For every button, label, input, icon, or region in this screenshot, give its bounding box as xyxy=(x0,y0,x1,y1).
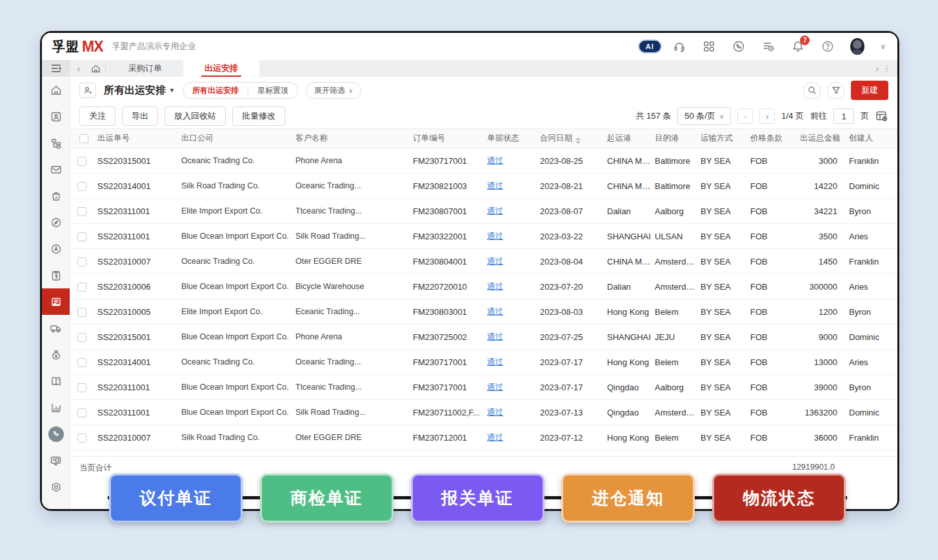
inspection-docs-button[interactable]: 商检单证 xyxy=(260,474,394,523)
table-row[interactable]: SS220311001 Blue Ocean Import Export Co.… xyxy=(70,375,897,400)
page-size-select[interactable]: 50 条/页∨ xyxy=(677,107,731,125)
table-row[interactable]: SS220311001 Blue Ocean Import Export Co.… xyxy=(70,224,897,249)
search-icon[interactable] xyxy=(803,82,821,99)
status-link[interactable]: 通过 xyxy=(487,282,503,291)
row-checkbox[interactable] xyxy=(77,408,86,417)
truck-icon[interactable] xyxy=(42,315,70,341)
status-link[interactable]: 通过 xyxy=(487,307,503,316)
segment-starred[interactable]: 星标置顶 xyxy=(248,83,297,98)
column-settings-icon[interactable] xyxy=(875,110,888,122)
status-link[interactable]: 通过 xyxy=(487,332,503,341)
row-checkbox[interactable] xyxy=(77,207,86,216)
goto-page-input[interactable] xyxy=(833,108,854,124)
row-checkbox[interactable] xyxy=(77,283,86,292)
cell-customer: Phone Arena xyxy=(295,148,413,174)
clipboard-dollar-icon[interactable] xyxy=(42,262,70,288)
cell-customer: Oceanic Trading... xyxy=(295,174,413,199)
avatar[interactable] xyxy=(850,39,864,54)
home-icon[interactable] xyxy=(42,77,70,103)
logistics-status-button[interactable]: 物流状态 xyxy=(712,474,846,523)
status-link[interactable]: 通过 xyxy=(487,357,503,366)
table-row[interactable]: SS220315001 Blue Ocean Import Export Co.… xyxy=(70,325,897,350)
chevron-down-icon[interactable]: ∨ xyxy=(880,42,886,51)
expand-filter-button[interactable]: 展开筛选∨ xyxy=(306,82,361,99)
batch-edit-button[interactable]: 批量修改 xyxy=(232,106,285,126)
next-page-button[interactable]: › xyxy=(759,108,775,124)
customs-docs-button[interactable]: 报关单证 xyxy=(411,474,544,523)
ai-assistant-icon[interactable]: AI xyxy=(643,39,657,54)
segment-all-shipments[interactable]: 所有出运安排 xyxy=(183,83,248,98)
row-checkbox[interactable] xyxy=(77,308,86,317)
status-link[interactable]: 通过 xyxy=(487,433,503,442)
whatsapp-filled-icon[interactable] xyxy=(42,421,70,447)
follow-button[interactable]: 关注 xyxy=(79,106,115,126)
table-row[interactable]: SS220310007 Silk Road Trading Co. Oter E… xyxy=(70,425,897,450)
collapse-menu-icon[interactable] xyxy=(42,60,70,77)
table-row[interactable]: SS220310007 Oceanic Trading Co. Oter EGG… xyxy=(70,249,897,274)
tabs-scroll-right-icon[interactable]: › xyxy=(876,64,879,74)
row-checkbox[interactable] xyxy=(77,257,86,266)
money-bag-icon[interactable] xyxy=(42,341,70,368)
row-checkbox[interactable] xyxy=(77,333,86,342)
filter-funnel-icon[interactable] xyxy=(827,82,844,99)
bell-icon[interactable]: 7 xyxy=(791,39,805,54)
tab-purchase-orders[interactable]: 采购订单 xyxy=(107,60,183,77)
table-row[interactable]: SS220311001 Blue Ocean Import Export Co.… xyxy=(70,400,897,425)
new-button[interactable]: 新建 xyxy=(851,81,888,100)
status-link[interactable]: 通过 xyxy=(487,206,503,215)
left-sidebar xyxy=(42,60,70,509)
help-icon[interactable] xyxy=(821,39,835,54)
tab-shipping-arrangement[interactable]: 出运安排 xyxy=(183,60,259,77)
ledger-book-icon[interactable] xyxy=(42,368,70,394)
status-link[interactable]: 通过 xyxy=(487,383,503,392)
back-chevron-icon[interactable]: ‹ xyxy=(70,60,87,77)
tabs-more-icon[interactable]: ⋮ xyxy=(883,64,891,74)
table-row[interactable]: SS220314001 Oceanic Trading Co. Oceanic … xyxy=(70,350,897,375)
table-row[interactable]: SS220310005 Elite Import Export Co. Ecea… xyxy=(70,299,897,325)
compass-icon[interactable] xyxy=(42,209,70,235)
circle-a-icon[interactable] xyxy=(42,235,70,262)
mail-icon[interactable] xyxy=(42,156,70,183)
settings-gear-icon[interactable] xyxy=(42,474,70,500)
shopping-bag-icon[interactable] xyxy=(42,183,70,209)
table-row[interactable]: SS220314001 Silk Road Trading Co. Oceani… xyxy=(70,174,897,199)
col-contract-date[interactable]: 合同日期 xyxy=(540,129,607,148)
headset-icon[interactable] xyxy=(672,39,686,54)
select-all-checkbox[interactable] xyxy=(79,134,88,143)
view-owner-icon[interactable] xyxy=(79,83,96,98)
row-checkbox[interactable] xyxy=(77,358,86,367)
status-link[interactable]: 通过 xyxy=(487,257,503,266)
contact-card-icon[interactable] xyxy=(42,103,70,130)
view-selector[interactable]: 所有出运安排▼ xyxy=(104,84,175,97)
whatsapp-icon[interactable] xyxy=(732,39,746,54)
table-row[interactable]: SS220311001 Elite Import Export Co. Ttce… xyxy=(70,199,897,224)
task-history-icon[interactable] xyxy=(761,39,775,54)
cell-ship-no: SS220315001 xyxy=(97,148,181,174)
table-row[interactable]: SS220315001 Oceanic Trading Co. Phone Ar… xyxy=(70,148,897,174)
row-checkbox[interactable] xyxy=(77,383,86,392)
status-link[interactable]: 通过 xyxy=(487,181,503,190)
status-link[interactable]: 通过 xyxy=(487,156,503,165)
row-checkbox[interactable] xyxy=(77,182,86,191)
export-button[interactable]: 导出 xyxy=(122,106,158,126)
cell-total-amount: 1200 xyxy=(800,299,844,325)
bar-chart-icon[interactable] xyxy=(42,394,70,421)
recycle-bin-button[interactable]: 放入回收站 xyxy=(165,106,226,126)
goto-label: 前往 xyxy=(810,110,827,122)
cell-destination-port: Baltimore xyxy=(655,174,701,199)
shipping-doc-icon[interactable] xyxy=(42,288,70,315)
org-hierarchy-icon[interactable] xyxy=(42,130,70,156)
apps-grid-icon[interactable] xyxy=(702,39,716,54)
row-checkbox[interactable] xyxy=(77,232,86,241)
home-tab-icon[interactable] xyxy=(87,60,104,77)
status-link[interactable]: 通过 xyxy=(487,408,503,417)
row-checkbox[interactable] xyxy=(77,434,86,443)
monitor-icon[interactable] xyxy=(42,447,70,474)
negotiation-docs-button[interactable]: 议付单证 xyxy=(109,474,243,523)
status-link[interactable]: 通过 xyxy=(487,232,503,241)
table-row[interactable]: SS220310006 Blue Ocean Import Export Co.… xyxy=(70,274,897,299)
row-checkbox[interactable] xyxy=(77,157,86,166)
prev-page-button[interactable]: ‹ xyxy=(737,108,753,124)
warehouse-notice-button[interactable]: 进仓通知 xyxy=(561,474,695,523)
cell-price-term: FOB xyxy=(750,350,800,375)
